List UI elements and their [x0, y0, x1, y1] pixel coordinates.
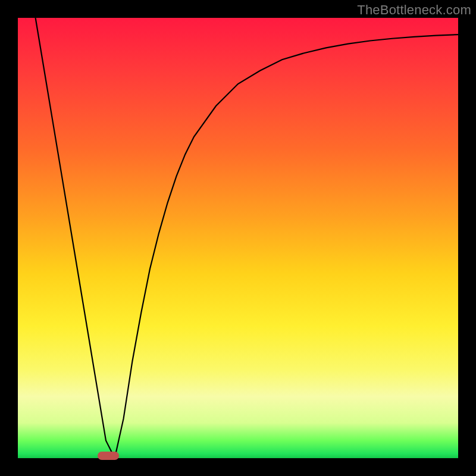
- optimum-marker: [98, 452, 119, 460]
- plot-area: [18, 18, 458, 458]
- curve-path: [36, 18, 458, 458]
- watermark-text: TheBottleneck.com: [357, 2, 471, 18]
- bottleneck-curve: [18, 18, 458, 458]
- chart-frame: TheBottleneck.com: [0, 0, 476, 476]
